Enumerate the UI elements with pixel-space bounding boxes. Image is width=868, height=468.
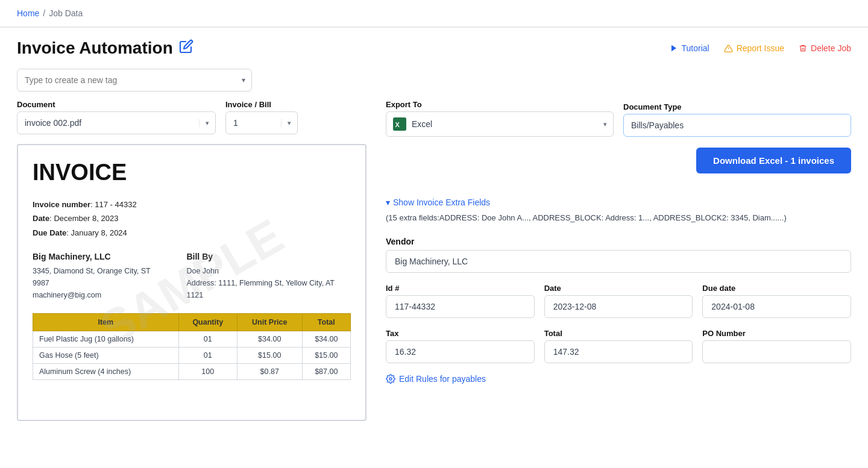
- svg-point-5: [389, 378, 392, 380]
- vendor-label: Vendor: [386, 237, 851, 246]
- invoice-preview: SAMPLE INVOICE Invoice number: 117 - 443…: [17, 144, 366, 421]
- doc-controls: Document invoice 002.pdf ▾ Invoice / Bil…: [17, 100, 366, 134]
- po-number-field-group: PO Number: [702, 329, 851, 363]
- table-header-unit-price: Unit Price: [237, 314, 302, 331]
- total-field-group: Total: [544, 329, 693, 363]
- table-cell: 01: [178, 348, 237, 364]
- tax-field-group: Tax: [386, 329, 535, 363]
- table-cell: $34.00: [237, 331, 302, 348]
- left-panel: Document invoice 002.pdf ▾ Invoice / Bil…: [17, 100, 366, 421]
- extra-fields-label: Show Invoice Extra Fields: [393, 198, 490, 207]
- total-input[interactable]: [544, 340, 693, 363]
- document-select[interactable]: invoice 002.pdf ▾: [17, 111, 216, 134]
- export-row: Export To X Excel ▾ Document Type: [386, 100, 851, 137]
- table-cell: 01: [178, 331, 237, 348]
- due-date-label: Due date: [702, 284, 851, 293]
- document-type-group: Document Type Bills/Payables: [623, 102, 851, 137]
- date-label: Date: [544, 284, 693, 293]
- show-extra-fields-toggle[interactable]: ▾ Show Invoice Extra Fields: [386, 198, 490, 207]
- tax-input[interactable]: [386, 340, 535, 363]
- id-label: Id #: [386, 284, 535, 293]
- invoice-date: : December 8, 2023: [49, 214, 118, 223]
- table-cell: $15.00: [237, 348, 302, 364]
- invoice-number-label: Invoice number: [33, 200, 90, 209]
- po-number-label: PO Number: [702, 329, 851, 338]
- page-header: Invoice Automation Tutorial Report Issue…: [0, 28, 868, 64]
- extra-fields-description: (15 extra fields:ADDRESS: Doe John A...,…: [386, 212, 787, 225]
- invoice-vendor-party: Big Machinery, LLC 3345, Diamond St, Ora…: [33, 252, 167, 301]
- table-cell: $87.00: [302, 364, 350, 380]
- due-date-input[interactable]: [702, 295, 851, 318]
- table-cell: $15.00: [302, 348, 350, 364]
- tax-label: Tax: [386, 329, 535, 338]
- edit-rules-link[interactable]: Edit Rules for payables: [386, 374, 851, 384]
- export-to-value: Excel: [412, 119, 599, 129]
- fields-grid-bottom: Tax Total PO Number: [386, 329, 851, 363]
- invoice-parties: Big Machinery, LLC 3345, Diamond St, Ora…: [33, 252, 351, 301]
- edit-rules-label: Edit Rules for payables: [399, 374, 486, 384]
- table-cell: Gas Hose (5 feet): [33, 348, 179, 364]
- tag-input[interactable]: [17, 69, 236, 91]
- invoice-date-label: Date: [33, 214, 49, 223]
- invoice-vendor-name: Big Machinery, LLC: [33, 252, 167, 261]
- invoice-meta: Invoice number: 117 - 44332 Date: Decemb…: [33, 198, 351, 240]
- fields-grid-top: Id # Date Due date: [386, 284, 851, 318]
- table-cell: Fuel Plastic Jug (10 gallons): [33, 331, 179, 348]
- table-header-quantity: Quantity: [178, 314, 237, 331]
- tag-chevron-icon: ▾: [236, 76, 251, 84]
- invoice-number: : 117 - 44332: [90, 200, 137, 209]
- invoice-bill-select[interactable]: 1 ▾: [225, 111, 298, 134]
- table-cell: $0.87: [237, 364, 302, 380]
- breadcrumb-separator: /: [43, 8, 45, 18]
- table-header-item: Item: [33, 314, 179, 331]
- invoice-billby-label: Bill By: [186, 252, 351, 261]
- page-title: Invoice Automation: [17, 39, 193, 58]
- vendor-input[interactable]: [386, 250, 851, 273]
- header-actions: Tutorial Report Issue Delete Job: [670, 43, 851, 53]
- table-cell: Aluminum Screw (4 inches): [33, 364, 179, 380]
- id-input[interactable]: [386, 295, 535, 318]
- edit-icon[interactable]: [179, 39, 193, 57]
- invoice-vendor-email: machinery@big.com: [33, 289, 167, 301]
- download-excel-button[interactable]: Download Excel - 1 invoices: [696, 148, 851, 173]
- export-to-chevron-icon: ▾: [603, 120, 607, 128]
- document-value: invoice 002.pdf: [17, 112, 199, 134]
- page-title-text: Invoice Automation: [17, 39, 173, 58]
- document-chevron-icon: ▾: [199, 119, 215, 127]
- invoice-title: INVOICE: [33, 160, 351, 186]
- table-row: Gas Hose (5 feet)01$15.00$15.00: [33, 348, 351, 364]
- invoice-billby-party: Bill By Doe John Address: 1111, Flemming…: [186, 252, 351, 301]
- document-type-label: Document Type: [623, 102, 851, 111]
- svg-text:X: X: [395, 121, 400, 128]
- invoice-billby-address: Address: 1111, Flemming St, Yellow City,…: [186, 277, 351, 301]
- report-issue-button[interactable]: Report Issue: [724, 43, 784, 53]
- invoice-bill-chevron-icon: ▾: [281, 119, 297, 127]
- document-type-select[interactable]: Bills/Payables: [623, 114, 851, 137]
- id-field-group: Id #: [386, 284, 535, 318]
- table-row: Aluminum Screw (4 inches)100$0.87$87.00: [33, 364, 351, 380]
- breadcrumb-current: Job Data: [49, 8, 83, 18]
- date-input[interactable]: [544, 295, 693, 318]
- invoice-due-date: : January 8, 2024: [66, 228, 127, 237]
- table-cell: $34.00: [302, 331, 350, 348]
- extra-fields-row: ▾ Show Invoice Extra Fields (15 extra fi…: [386, 198, 851, 225]
- right-panel: Export To X Excel ▾ Document Type: [366, 100, 851, 421]
- invoice-table: Item Quantity Unit Price Total Fuel Plas…: [33, 313, 351, 380]
- invoice-bill-field-group: Invoice / Bill 1 ▾: [225, 100, 298, 134]
- invoice-bill-value: 1: [226, 112, 281, 134]
- tag-row: ▾: [0, 64, 868, 100]
- vendor-section: Vendor: [386, 237, 851, 273]
- excel-icon: X: [392, 117, 407, 131]
- po-number-input[interactable]: [702, 340, 851, 363]
- tutorial-button[interactable]: Tutorial: [670, 43, 709, 53]
- invoice-billby-name: Doe John: [186, 265, 351, 277]
- breadcrumb-home[interactable]: Home: [17, 8, 39, 18]
- delete-job-button[interactable]: Delete Job: [799, 43, 851, 53]
- export-to-select[interactable]: X Excel ▾: [386, 111, 614, 137]
- export-to-label: Export To: [386, 100, 614, 109]
- document-field-group: Document invoice 002.pdf ▾: [17, 100, 216, 134]
- document-label: Document: [17, 100, 216, 109]
- due-date-field-group: Due date: [702, 284, 851, 318]
- svg-marker-0: [671, 45, 676, 52]
- invoice-due-date-label: Due Date: [33, 228, 66, 237]
